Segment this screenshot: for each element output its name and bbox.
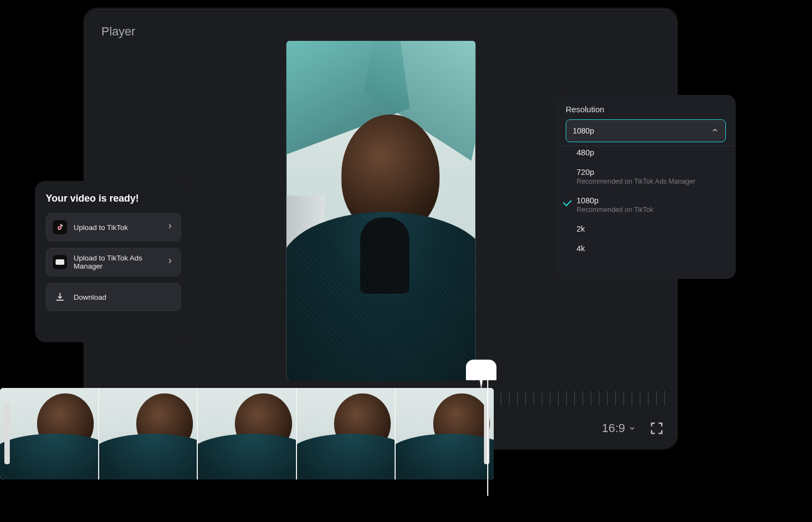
chevron-down-icon xyxy=(628,421,636,435)
resolution-option-label: 480p xyxy=(577,148,726,157)
resolution-title: Resolution xyxy=(566,105,726,114)
resolution-options-list: 480p720pRecommended on TikTok Ads Manage… xyxy=(556,145,736,258)
resolution-option-label: 720p xyxy=(577,168,726,177)
upload-tiktok-button[interactable]: Upload to TikTok xyxy=(46,213,181,241)
upload-tiktok-label: Upload to TikTok xyxy=(74,223,160,232)
tiktok-icon xyxy=(53,220,67,234)
resolution-option-label: 1080p xyxy=(577,196,726,205)
download-label: Download xyxy=(74,293,174,301)
timeline-clip[interactable] xyxy=(0,388,494,479)
timeline-frame xyxy=(99,388,197,479)
player-footer: 16:9 xyxy=(602,421,664,436)
download-icon xyxy=(53,290,67,304)
timeline-frame xyxy=(0,388,98,479)
resolution-option-2k[interactable]: 2k xyxy=(556,219,736,239)
resolution-option-720p[interactable]: 720pRecommended on TikTok Ads Manager xyxy=(556,162,736,191)
aspect-ratio-label: 16:9 xyxy=(602,421,625,435)
clip-handle-left[interactable] xyxy=(4,403,10,464)
timeline-frame xyxy=(198,388,296,479)
upload-ads-manager-button[interactable]: Upload to TikTok Ads Manager xyxy=(46,248,181,276)
resolution-option-label: 4k xyxy=(577,244,726,253)
video-preview[interactable] xyxy=(286,41,475,381)
resolution-option-subtitle: Recommended on TikTok Ads Manager xyxy=(577,178,726,185)
clip-handle-right[interactable] xyxy=(484,403,489,464)
ads-manager-icon xyxy=(53,255,67,269)
export-ready-card: Your video is ready! Upload to TikTok Up… xyxy=(35,181,192,342)
chevron-right-icon xyxy=(166,257,174,267)
download-button[interactable]: Download xyxy=(46,283,181,311)
chevron-right-icon xyxy=(166,222,174,232)
resolution-option-subtitle: Recommended on TikTok xyxy=(577,206,726,214)
timeline-filmstrip xyxy=(0,388,494,479)
timeline-frame xyxy=(396,388,494,479)
timeline-frame xyxy=(297,388,395,479)
resolution-panel: Resolution 1080p 480p720pRecommended on … xyxy=(556,95,736,279)
fullscreen-button[interactable] xyxy=(649,421,664,436)
timeline-cursor[interactable] xyxy=(487,366,488,496)
resolution-select[interactable]: 1080p xyxy=(566,119,726,142)
upload-ads-label: Upload to TikTok Ads Manager xyxy=(74,254,160,270)
resolution-option-4k[interactable]: 4k xyxy=(556,239,736,258)
chevron-up-icon xyxy=(711,126,719,136)
aspect-ratio-selector[interactable]: 16:9 xyxy=(602,421,636,435)
resolution-option-1080p[interactable]: 1080pRecommended on TikTok xyxy=(556,191,736,219)
resolution-option-label: 2k xyxy=(577,224,726,233)
resolution-selected-value: 1080p xyxy=(573,126,594,135)
resolution-option-480p[interactable]: 480p xyxy=(556,146,736,162)
player-title: Player xyxy=(101,25,135,39)
export-ready-title: Your video is ready! xyxy=(46,193,181,204)
